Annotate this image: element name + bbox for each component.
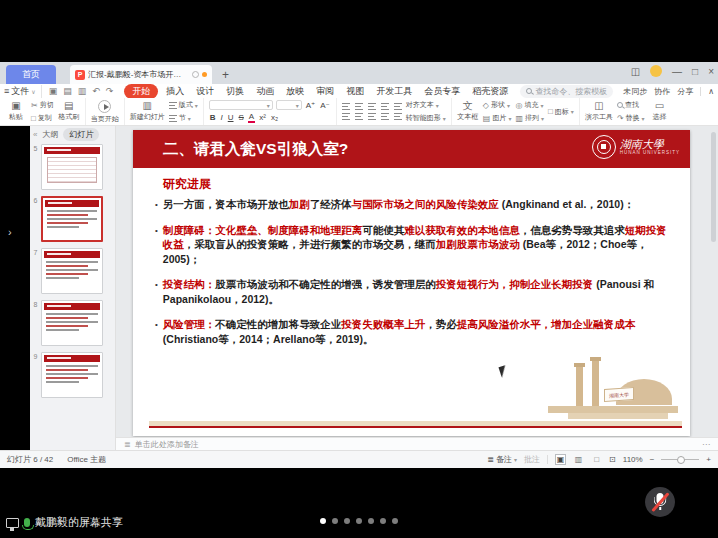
ribbon-tab-11[interactable]: 稻壳资源 [468, 84, 512, 99]
font-name-select[interactable]: ▾ [209, 100, 273, 110]
textbox-button[interactable]: 文文本框 [457, 101, 479, 122]
new-tab-button[interactable]: + [222, 69, 229, 81]
maximize-button[interactable]: □ [692, 66, 698, 77]
more-icon[interactable]: ⋯ [702, 440, 710, 449]
slide-thumbnail-5[interactable] [41, 144, 103, 190]
slide-sorter-view-icon[interactable]: ▥ [573, 454, 584, 465]
tab-wps-home[interactable]: 首页 [6, 65, 56, 84]
ribbon-tab-4[interactable]: 切换 [222, 84, 248, 99]
sync-status-button[interactable]: 未同步 [623, 86, 647, 97]
section-button[interactable]: 节▾ [169, 113, 198, 123]
slide-thumbnail-8[interactable] [41, 300, 103, 346]
tab-outline[interactable]: 大纲 [42, 129, 58, 140]
fit-slide-icon[interactable]: ⊡ [609, 455, 616, 464]
zoom-slider-knob[interactable] [677, 456, 685, 464]
align-center-icon[interactable] [355, 113, 363, 120]
carousel-dot-5[interactable] [368, 518, 374, 524]
new-slide-button[interactable]: ▥新建幻灯片 [130, 101, 165, 122]
carousel-dot-2[interactable] [332, 518, 338, 524]
slide-thumbnail-9[interactable] [41, 352, 103, 398]
zoom-level[interactable]: 110% [623, 455, 643, 464]
ribbon-tab-7[interactable]: 审阅 [312, 84, 338, 99]
mute-microphone-button[interactable] [645, 487, 675, 517]
find-button[interactable]: 查找 [617, 100, 645, 110]
zoom-in-button[interactable]: + [706, 455, 711, 464]
ribbon-tab-6[interactable]: 放映 [282, 84, 308, 99]
copy-button[interactable]: □复制 [31, 113, 54, 123]
underline-button[interactable]: U [227, 113, 235, 122]
minimize-button[interactable]: — [672, 66, 682, 77]
layout-button[interactable]: 版式▾ [169, 100, 198, 110]
current-slide[interactable]: 二、请君入瓮VS引狼入室? 湖南大學 HUNAN UNIVERSITY 研究进展… [133, 130, 690, 436]
slide-thumbnail-7[interactable] [41, 248, 103, 294]
share-button[interactable]: 分享 [677, 86, 693, 97]
ribbon-tab-9[interactable]: 开发工具 [372, 84, 416, 99]
replace-button[interactable]: ↷替换▾ [617, 113, 645, 123]
notes-toggle-button[interactable]: ≣备注▾ [487, 454, 517, 465]
tab-slides[interactable]: 幻灯片 [63, 128, 99, 141]
strikethrough-button[interactable]: S [238, 113, 245, 122]
font-color-button[interactable]: A [248, 112, 255, 123]
line-spacing-icon[interactable] [394, 103, 402, 110]
zoom-slider[interactable] [661, 459, 699, 460]
notes-bar[interactable]: ≣ 单击此处添加备注 ⋯ [116, 437, 718, 450]
ribbon-tab-10[interactable]: 会员专享 [420, 84, 464, 99]
paste-button[interactable]: ▣粘贴 [5, 101, 27, 122]
collaborate-button[interactable]: 协作 [654, 86, 670, 97]
zoom-out-button[interactable]: − [650, 455, 655, 464]
user-avatar[interactable] [650, 65, 662, 77]
bold-button[interactable]: B [209, 113, 217, 122]
ribbon-tab-2[interactable]: 插入 [162, 84, 188, 99]
numbered-list-icon[interactable] [355, 103, 363, 110]
justify-icon[interactable] [381, 113, 389, 120]
select-button[interactable]: ▭选择 [649, 101, 671, 122]
carousel-dot-6[interactable] [380, 518, 386, 524]
bullet-list-icon[interactable] [342, 103, 350, 110]
redo-icon[interactable]: ↷ [106, 86, 114, 96]
increase-indent-icon[interactable] [381, 103, 389, 110]
export-pdf-icon[interactable]: ▤ [63, 86, 72, 96]
slide-thumbnail-6[interactable] [41, 196, 103, 242]
arrange-button[interactable]: ▥排列▾ [515, 113, 544, 123]
shapes-button[interactable]: ◇形状▾ [483, 100, 512, 110]
cut-button[interactable]: ✂剪切 [31, 100, 54, 110]
ribbon-tab-8[interactable]: 视图 [342, 84, 368, 99]
collapse-panel-icon[interactable]: « [33, 130, 37, 139]
ribbon-tab-1[interactable]: 开始 [124, 84, 158, 99]
italic-button[interactable]: I [220, 113, 224, 122]
presentation-tools-button[interactable]: ◫演示工具 [585, 101, 613, 122]
columns-icon[interactable] [394, 113, 402, 120]
print-icon[interactable]: ▥ [78, 86, 87, 96]
decrease-indent-icon[interactable] [368, 103, 376, 110]
font-size-select[interactable]: ▾ [276, 100, 302, 110]
carousel-dot-7[interactable] [392, 518, 398, 524]
fill-button[interactable]: ◎填充▾ [515, 100, 544, 110]
picture-button[interactable]: ▤图片▾ [483, 113, 512, 123]
superscript-button[interactable]: x² [258, 113, 267, 122]
save-icon[interactable]: ▣ [49, 86, 58, 96]
carousel-dot-4[interactable] [356, 518, 362, 524]
format-painter-button[interactable]: ▤格式刷 [58, 101, 80, 122]
split-view-icon[interactable]: ◫ [631, 66, 640, 77]
undo-icon[interactable]: ↶ [92, 86, 100, 96]
canvas-scrollbar[interactable] [711, 132, 716, 420]
close-button[interactable]: × [708, 66, 714, 77]
reading-view-icon[interactable]: □ [591, 454, 602, 465]
file-menu[interactable]: ≡ 文件 ∨ [4, 85, 42, 98]
icon-library-button[interactable]: □图标▾ [548, 107, 574, 117]
subscript-button[interactable]: x₂ [270, 113, 279, 122]
carousel-prev-arrow-icon[interactable]: › [8, 226, 12, 238]
ribbon-tab-3[interactable]: 设计 [192, 84, 218, 99]
play-from-current-button[interactable]: 当页开始 [91, 100, 119, 124]
scrollbar-thumb[interactable] [711, 132, 716, 242]
ribbon-tab-5[interactable]: 动画 [252, 84, 278, 99]
carousel-dot-1[interactable] [320, 518, 326, 524]
decrease-font-button[interactable]: A⁻ [319, 101, 331, 110]
tab-document[interactable]: P 汇报-戴鹏毅-资本市场开放0402 [70, 65, 212, 84]
normal-view-icon[interactable]: ▣ [555, 454, 566, 465]
collapse-ribbon-icon[interactable]: ∧ [708, 87, 714, 96]
smartart-button[interactable]: 转智能图形▾ [406, 113, 446, 123]
carousel-dot-3[interactable] [344, 518, 350, 524]
command-search[interactable]: 查找命令、搜索模板 [520, 85, 613, 98]
align-left-icon[interactable] [342, 113, 350, 120]
